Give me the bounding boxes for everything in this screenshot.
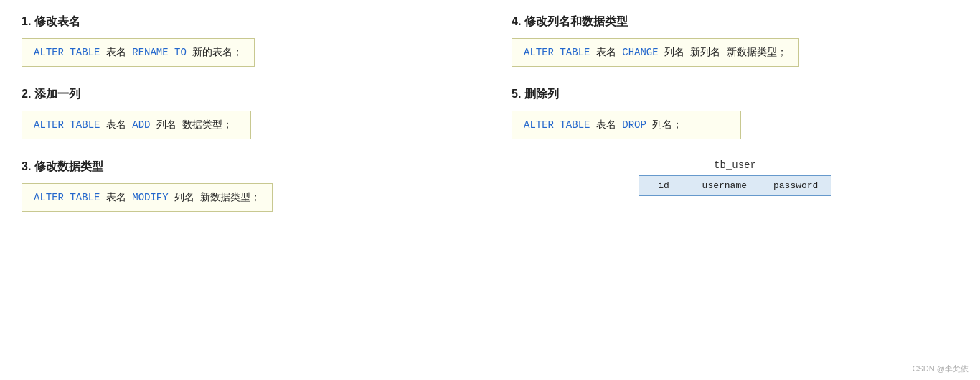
kw-alter-3: ALTER (34, 192, 64, 203)
section-4-code: ALTER TABLE 表名 CHANGE 列名 新列名 新数据类型； (512, 38, 799, 67)
table-row (639, 236, 831, 256)
col-username: username (689, 176, 760, 196)
cell (689, 236, 760, 256)
kw-table-2: TABLE (70, 119, 100, 131)
cell (639, 196, 689, 216)
table-row (639, 216, 831, 236)
cn-tablename-2: 表名 (106, 119, 132, 131)
section-2-title: 2. 添加一列 (22, 87, 468, 102)
cn-coldef-4: 列名 新列名 新数据类型； (664, 47, 787, 58)
kw-table-1: TABLE (70, 47, 100, 58)
table-title: tb_user (714, 159, 756, 171)
col-id: id (639, 176, 689, 196)
cell (689, 216, 760, 236)
section-1: 1. 修改表名 ALTER TABLE 表名 RENAME TO 新的表名； (22, 14, 468, 67)
cell (639, 216, 689, 236)
section-4: 4. 修改列名和数据类型 ALTER TABLE 表名 CHANGE 列名 新列… (512, 14, 958, 67)
cn-tablename-3: 表名 (106, 192, 132, 203)
cn-tablename-5: 表名 (596, 119, 622, 131)
table-area: tb_user id username password (512, 159, 958, 256)
section-5: 5. 删除列 ALTER TABLE 表名 DROP 列名； (512, 87, 958, 139)
section-5-title: 5. 删除列 (512, 87, 958, 102)
kw-rename: RENAME (132, 47, 168, 58)
kw-table-5: TABLE (560, 119, 590, 131)
kw-alter-5: ALTER (524, 119, 554, 131)
kw-to: TO (174, 47, 187, 58)
db-table: id username password (639, 175, 832, 256)
section-1-title: 1. 修改表名 (22, 14, 468, 29)
kw-table-4: TABLE (560, 47, 590, 58)
cell (639, 236, 689, 256)
cell (760, 216, 831, 236)
cn-coldef-3: 列名 新数据类型； (174, 192, 260, 203)
cn-tablename-1: 表名 (106, 47, 132, 58)
col-password: password (760, 176, 831, 196)
kw-alter-2: ALTER (34, 119, 64, 131)
watermark: CSDN @李梵依 (913, 363, 969, 374)
cn-newname: 新的表名； (192, 47, 242, 58)
section-4-title: 4. 修改列名和数据类型 (512, 14, 958, 29)
kw-table-3: TABLE (70, 192, 100, 203)
kw-change: CHANGE (622, 47, 658, 58)
kw-drop: DROP (622, 119, 646, 131)
section-2: 2. 添加一列 ALTER TABLE 表名 ADD 列名 数据类型； (22, 87, 468, 139)
section-1-code: ALTER TABLE 表名 RENAME TO 新的表名； (22, 38, 255, 67)
section-3-code: ALTER TABLE 表名 MODIFY 列名 新数据类型； (22, 183, 273, 212)
cn-coldef-2: 列名 数据类型； (156, 119, 232, 131)
section-3-title: 3. 修改数据类型 (22, 159, 468, 175)
cn-coldef-5: 列名； (652, 119, 682, 131)
cell (760, 196, 831, 216)
kw-add: ADD (132, 119, 150, 131)
section-2-code: ALTER TABLE 表名 ADD 列名 数据类型； (22, 111, 251, 139)
table-header-row: id username password (639, 176, 831, 196)
kw-alter-1: ALTER (34, 47, 64, 58)
cell (689, 196, 760, 216)
kw-alter-4: ALTER (524, 47, 554, 58)
kw-modify: MODIFY (132, 192, 168, 203)
section-3: 3. 修改数据类型 ALTER TABLE 表名 MODIFY 列名 新数据类型… (22, 159, 468, 212)
section-5-code: ALTER TABLE 表名 DROP 列名； (512, 111, 741, 139)
cell (760, 236, 831, 256)
cn-tablename-4: 表名 (596, 47, 622, 58)
table-row (639, 196, 831, 216)
